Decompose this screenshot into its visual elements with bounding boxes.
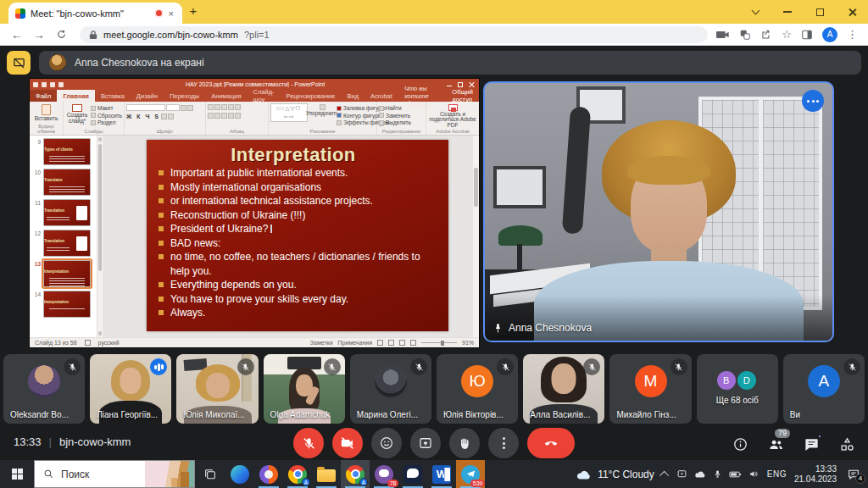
meeting-details-button[interactable] [731,435,749,453]
participant-tile[interactable]: Ю Юлія Вікторів... [437,354,518,424]
slide[interactable]: Interpretation Important at public inter… [147,140,448,331]
minimize-button[interactable] [771,0,804,24]
tab-slideshow[interactable]: Слайд-шоу [247,90,280,102]
leave-call-button[interactable] [527,428,575,458]
thumbnail-item[interactable]: 10 Translator [31,169,97,196]
mic-toggle-button[interactable] [293,428,324,458]
participant-tile[interactable]: Olga Adamchuk [264,354,345,424]
browser-shield-app-icon[interactable] [254,460,283,488]
camera-in-use-icon[interactable] [716,30,730,40]
shapes-gallery[interactable]: □○△▽⬠ ⇦⇨ [270,103,308,122]
chat-app-icon[interactable] [398,460,427,488]
bullets-button[interactable] [208,104,214,110]
reactions-button[interactable] [371,428,402,458]
forward-button[interactable]: → [29,25,49,44]
self-tile[interactable]: A Ви [783,354,865,424]
task-view-button[interactable] [195,460,225,488]
viber-icon[interactable]: 78 [370,460,398,488]
stop-presentation-button[interactable] [7,51,31,75]
side-panel-icon[interactable] [801,29,813,41]
select-button[interactable]: Выделить [379,119,411,125]
justify-button[interactable] [228,113,234,119]
layout-button[interactable]: Макет [91,105,122,111]
thumbnail-item[interactable]: 12 Translation [31,230,97,257]
action-center-button[interactable]: 4 [844,468,863,481]
shape-fill-button[interactable]: Заливка фигуры [337,105,374,111]
file-explorer-icon[interactable] [312,460,341,488]
canvas-scrollbar[interactable] [473,136,479,337]
participant-tile[interactable]: М Михайло Гінз... [609,354,691,424]
telegram-icon[interactable]: 539 [456,460,485,488]
share-button[interactable]: Общий доступ [446,90,479,102]
address-bar[interactable]: meet.google.com/bjn-cowo-kmm?pli=1 [80,26,708,43]
indent-button[interactable] [221,104,227,110]
battery-icon[interactable] [729,470,742,479]
align-left-button[interactable] [208,113,214,119]
reload-button[interactable] [51,25,71,44]
taskbar-search-box[interactable]: Поиск [34,460,195,488]
zoom-level[interactable]: 91% [462,340,474,346]
start-button[interactable] [0,460,34,488]
font-style-buttons[interactable]: Ж К Ч S [126,114,160,119]
create-pdf-button[interactable]: Создать и поделиться Adobe PDF [428,103,477,128]
normal-view-icon[interactable] [377,340,383,346]
thumbnail-item-selected[interactable]: 13 Interpretation [31,260,97,287]
weather-widget[interactable]: 11°C Cloudy [576,469,654,480]
participant-tile[interactable]: Ліана Георгіїв... [90,354,171,424]
arrange-button[interactable]: Упорядочить [309,103,335,128]
shrink-font-button[interactable] [187,105,193,111]
onedrive-icon[interactable] [694,469,706,479]
chrome-icon[interactable]: A [283,460,312,488]
sorter-view-icon[interactable] [388,340,394,346]
presenter-banner-pill[interactable]: Anna Chesnokova на екрані [39,51,861,75]
shape-effects-button[interactable]: Эффекты фигуры [337,119,374,125]
replace-button[interactable]: Заменить [379,113,411,119]
share-icon[interactable] [760,29,772,41]
raise-hand-button[interactable] [449,428,480,458]
new-tab-button[interactable]: + [182,1,204,23]
grow-font-button[interactable] [181,105,186,111]
zoom-slider[interactable] [421,342,457,343]
more-options-button[interactable] [488,428,519,458]
tab-close-icon[interactable]: × [167,8,175,19]
numbering-button[interactable] [214,104,220,110]
new-slide-button[interactable]: Создать слайд* [65,103,89,128]
text-color-button[interactable] [161,114,167,119]
chat-panel-button[interactable] [802,435,821,453]
window-menu-chevron-icon[interactable] [739,0,771,24]
chrome-active-icon[interactable]: A [341,460,370,488]
tab-file[interactable]: Файл [30,90,57,102]
participant-tile[interactable]: Юлія Миколаї... [176,354,258,424]
people-panel-button[interactable]: 79 [766,435,785,453]
bookmark-star-icon[interactable]: ☆ [782,28,792,41]
edge-icon[interactable] [225,460,254,488]
reading-view-icon[interactable] [399,340,405,346]
quick-access-toolbar[interactable] [33,82,64,87]
participant-tile[interactable]: Марина Олегі... [350,354,431,424]
language-indicator[interactable]: ENG [767,469,787,479]
participant-tile[interactable]: Oleksandr Bo... [3,354,85,424]
tab-acrobat[interactable]: Acrobat [364,90,398,102]
tray-app-icon[interactable] [676,469,687,480]
comments-button[interactable]: Примечания [338,340,372,346]
back-button[interactable]: ← [7,25,27,44]
thumbnail-item[interactable]: 9 Types of clients [31,138,97,165]
tab-animations[interactable]: Анимация [205,90,247,102]
thumbnail-item[interactable]: 11 Translation [31,199,97,226]
tab-home[interactable]: Главная [57,90,95,102]
word-icon[interactable]: W [427,460,456,488]
browser-menu-icon[interactable]: ⋮ [847,28,858,41]
more-participants-tile[interactable]: B D Ще 68 осіб [697,354,778,424]
main-video-tile[interactable]: Anna Chesnokova [483,81,834,342]
participant-tile[interactable]: Алла Василів... [523,354,604,424]
align-right-button[interactable] [221,113,227,119]
present-button[interactable] [410,428,441,458]
tab-insert[interactable]: Вставка [95,90,131,102]
slideshow-view-icon[interactable] [410,340,416,346]
taskbar-clock[interactable]: 13:33 21.04.2023 [794,464,837,484]
tab-view[interactable]: Вид [341,90,364,102]
translate-icon[interactable] [739,29,751,41]
profile-avatar[interactable]: A [822,27,837,42]
powerpoint-window-controls[interactable] [447,82,476,87]
text-direction-button[interactable] [235,104,241,110]
